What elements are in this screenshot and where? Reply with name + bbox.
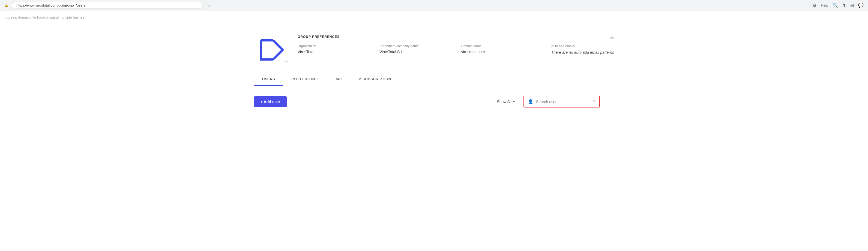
agreement-label: Agreement company name: [379, 44, 445, 48]
domain-value: virustotal.com: [461, 50, 526, 54]
users-toolbar: + Add user Show All ▾ 👤 ? ⋮: [254, 91, 614, 111]
tab-subscription[interactable]: ↗ SUBSCRIPTION: [350, 73, 399, 86]
search-user-box[interactable]: 👤 ?: [524, 96, 600, 107]
domain-label: Domain name: [461, 44, 526, 48]
chat-icon[interactable]: 💬: [858, 3, 864, 8]
show-all-label: Show All: [497, 100, 512, 104]
domain-field: Domain name virustotal.com: [461, 44, 535, 55]
tab-users-label: USERS: [262, 77, 275, 81]
chevron-down-icon: ▾: [513, 100, 515, 104]
group-fields: Organization VirusTotal Agreement compan…: [298, 44, 614, 55]
search-icon[interactable]: 🔍: [833, 3, 838, 8]
organization-field: Organization VirusTotal: [298, 44, 371, 55]
tabs-container: USERS INTELLIGENCE API ↗ SUBSCRIPTION: [254, 73, 614, 86]
external-link-icon: ↗: [358, 77, 361, 81]
auto-add-value: There are no auto add email patterns: [551, 50, 614, 55]
lock-icon: 🔒: [4, 4, 8, 7]
tab-users[interactable]: USERS: [254, 73, 283, 86]
tab-api-label: API: [336, 77, 342, 81]
vt-search-bar: ddress, domain, file hash or paste multi…: [0, 11, 868, 24]
tab-api[interactable]: API: [327, 73, 350, 86]
browser-actions: ⚙ Help 🔍 ⬆ ⊞ 💬: [813, 3, 864, 8]
help-label[interactable]: Help: [821, 3, 828, 7]
auto-add-section: Auto add emails There are no auto add em…: [543, 44, 614, 55]
url-text-prefix: https://www.virustotal.com/gui/group/: [17, 3, 74, 7]
tab-subscription-label: SUBSCRIPTION: [363, 77, 391, 81]
virustotal-logo: [258, 38, 285, 62]
browser-bar: 🔒 https://www.virustotal.com/gui/group/ …: [0, 0, 868, 11]
star-icon[interactable]: ☆: [207, 3, 211, 8]
search-user-input[interactable]: [536, 100, 590, 104]
grid-icon[interactable]: ⊞: [850, 3, 854, 8]
toolbar-right: Show All ▾ 👤 ? ⋮: [492, 96, 614, 107]
url-text-suffix: /users: [76, 3, 85, 7]
auto-add-label: Auto add emails: [551, 44, 614, 48]
add-user-label: + Add user: [260, 100, 280, 104]
organization-value: VirusTotal: [298, 50, 363, 54]
agreement-value: VirusTotal S.L.: [379, 50, 445, 54]
help-question-icon[interactable]: ?: [593, 99, 595, 104]
users-toolbar-wrapper: + Add user Show All ▾ 👤 ? ⋮: [254, 91, 614, 111]
add-user-button[interactable]: + Add user: [254, 96, 287, 107]
edit-preferences-icon[interactable]: ✏: [610, 35, 614, 41]
upload-icon[interactable]: ⬆: [842, 3, 846, 8]
search-hint: ddress, domain, file hash or paste multi…: [5, 15, 863, 19]
main-content: ✏ GROUP PREFERENCES Organization VirusTo…: [243, 24, 625, 117]
logo-edit-icon[interactable]: ✏: [285, 60, 288, 64]
organization-label: Organization: [298, 44, 363, 48]
agreement-field: Agreement company name VirusTotal S.L.: [379, 44, 453, 55]
group-logo: ✏: [254, 35, 289, 65]
show-all-button[interactable]: Show All ▾: [492, 97, 519, 107]
search-user-icon: 👤: [528, 99, 533, 104]
url-bar[interactable]: https://www.virustotal.com/gui/group/ /u…: [12, 2, 203, 9]
group-info: GROUP PREFERENCES Organization VirusTota…: [298, 35, 614, 55]
tab-intelligence[interactable]: INTELLIGENCE: [283, 73, 327, 86]
more-options-button[interactable]: ⋮: [604, 96, 614, 107]
tab-intelligence-label: INTELLIGENCE: [291, 77, 319, 81]
group-preferences-title: GROUP PREFERENCES: [298, 35, 614, 39]
group-preferences-section: ✏ GROUP PREFERENCES Organization VirusTo…: [254, 29, 614, 73]
tune-icon[interactable]: ⚙: [813, 3, 816, 8]
